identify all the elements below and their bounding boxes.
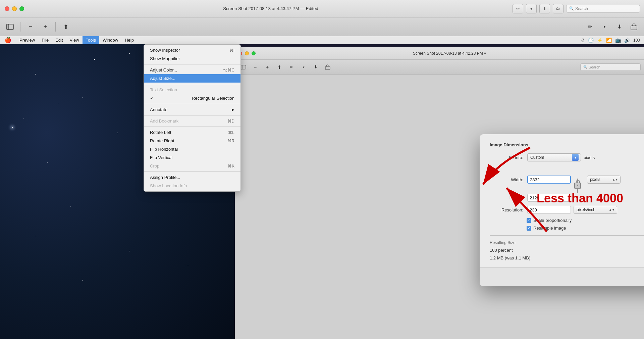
dialog-title: Image Dimensions: [490, 142, 644, 147]
menu-flip-horizontal[interactable]: Flip Horizontal: [144, 145, 240, 153]
menu-adjust-size[interactable]: Adjust Size...: [144, 74, 240, 83]
share-toolbar-button[interactable]: ⬆: [60, 21, 72, 33]
traffic-lights: [0, 6, 29, 11]
menu-annotate[interactable]: Annotate ▶: [144, 105, 240, 114]
view-menu[interactable]: View: [66, 36, 83, 44]
bg-zoom-in[interactable]: +: [262, 62, 272, 72]
width-units-select[interactable]: pixels ▲▼: [587, 176, 621, 184]
airplay-icon: 📺: [615, 38, 621, 43]
separator-f: [144, 172, 240, 172]
dialog-footer: Cancel OK: [480, 267, 644, 286]
file-size-value: 1.2 MB (was 1.1 MB): [490, 255, 644, 260]
bg-search-box[interactable]: 🔍 Search: [580, 63, 641, 71]
print-icon: 🖨: [580, 38, 585, 43]
resolution-label: Resolution:: [490, 207, 523, 212]
dialog-separator: [490, 235, 644, 236]
zoom-out-button[interactable]: −: [24, 21, 37, 33]
search-placeholder: Search: [575, 6, 588, 11]
tools-dropdown-menu: Show Inspector ⌘I Show Magnifier Adjust …: [144, 44, 241, 192]
bg-search-placeholder: Search: [589, 65, 600, 69]
menubar: 🍎 Preview File Edit View Tools Window He…: [0, 36, 644, 44]
bg-dropdown[interactable]: ▾: [299, 62, 309, 72]
battery-label: 100: [633, 38, 640, 43]
separator-1: [20, 22, 20, 32]
menu-adjust-color[interactable]: Adjust Color... ⌥⌘C: [144, 66, 240, 74]
separator-e: [144, 127, 240, 127]
fit-into-select[interactable]: Custom ▾: [527, 153, 581, 161]
resolution-units-value: pixels/inch: [577, 207, 595, 212]
menu-rotate-right[interactable]: Rotate Right ⌘R: [144, 137, 240, 145]
menu-add-bookmark: Add Bookmark ⌘D: [144, 117, 240, 125]
search-icon: 🔍: [569, 6, 574, 11]
share-button[interactable]: ⬆: [539, 4, 550, 13]
close-button[interactable]: [5, 6, 9, 11]
search-box[interactable]: 🔍 Search: [566, 5, 640, 13]
pen-toolbar-button[interactable]: ✏: [584, 21, 596, 33]
menu-rotate-left[interactable]: Rotate Left ⌘L: [144, 128, 240, 137]
bg-minimize-button[interactable]: [245, 51, 249, 55]
toolbox-button[interactable]: 🗂: [553, 4, 564, 13]
wifi-icon: 📶: [606, 38, 612, 43]
bg-import[interactable]: ⬇: [311, 62, 321, 72]
bg-window-toolbar: − + ⬆ ✏ ▾ ⬇ 🔍 Search: [235, 60, 644, 75]
fullscreen-button[interactable]: [19, 6, 24, 11]
resolution-units-select[interactable]: pixels/inch ▲▼: [574, 206, 617, 214]
fit-dropdown-icon: ▾: [572, 154, 579, 161]
bg-search-icon: 🔍: [583, 65, 587, 69]
menu-show-inspector[interactable]: Show Inspector ⌘I: [144, 46, 240, 54]
bluetooth-icon: ⚡: [597, 38, 603, 43]
file-menu[interactable]: File: [38, 36, 52, 44]
image-dimensions-dialog: Image Dimensions Fit into: Custom ▾ pixe…: [480, 134, 644, 286]
time-machine-icon: 🕐: [588, 38, 594, 43]
import-button[interactable]: ⬇: [613, 21, 625, 33]
sidebar-toggle-button[interactable]: [4, 21, 16, 33]
menu-rectangular-selection[interactable]: ✓ Rectangular Selection: [144, 94, 240, 102]
menu-flip-vertical[interactable]: Flip Vertical: [144, 153, 240, 162]
resolution-input[interactable]: [527, 206, 571, 214]
resample-checkbox[interactable]: ✓: [527, 226, 531, 231]
width-input[interactable]: [527, 176, 571, 184]
bg-toolbox[interactable]: [323, 62, 333, 72]
resample-checkbox-row: ✓ Resample image: [527, 226, 644, 231]
volume-icon: 🔊: [624, 38, 630, 43]
annotation-text: Less than 4000: [537, 191, 623, 205]
edit-menu[interactable]: Edit: [52, 36, 66, 44]
bg-fullscreen-button[interactable]: [252, 51, 256, 55]
bg-pen[interactable]: ✏: [286, 62, 297, 72]
scale-label: Scale proportionally: [533, 218, 572, 223]
svg-rect-2: [631, 26, 637, 30]
resolution-units-dropdown-icon: ▲▼: [609, 208, 615, 211]
menu-assign-profile[interactable]: Assign Profile...: [144, 173, 240, 182]
resulting-size-title: Resulting Size: [490, 240, 644, 245]
percent-value: 100 percent: [490, 248, 644, 253]
pen-button[interactable]: ✏: [513, 4, 523, 13]
menu-show-location-info: Show Location Info: [144, 182, 240, 190]
window-title: Screen Shot 2017-08-13 at 4.43.47 PM — E…: [29, 6, 513, 11]
toolbar: − + ⬆ ✏ ▾ ⬇: [0, 17, 644, 36]
dropdown-toolbar-button[interactable]: ▾: [598, 21, 610, 33]
bg-share[interactable]: ⬆: [274, 62, 284, 72]
menu-text-selection: Text Selection: [144, 86, 240, 94]
bg-window-title: Screen Shot 2017-08-13 at 4.42.28 PM ▾: [258, 51, 641, 56]
minimize-button[interactable]: [12, 6, 17, 11]
toolbox-toolbar-button[interactable]: [628, 21, 640, 33]
dropdown-button[interactable]: ▾: [526, 4, 537, 13]
width-label: Width:: [490, 177, 523, 182]
zoom-in-button[interactable]: +: [39, 21, 51, 33]
preview-menu[interactable]: Preview: [16, 36, 38, 44]
scale-checkbox-row: ✓ Scale proportionally: [527, 218, 644, 223]
help-menu[interactable]: Help: [121, 36, 137, 44]
separator-c: [144, 104, 240, 104]
tools-menu[interactable]: Tools: [83, 36, 99, 44]
fit-into-row: Fit into: Custom ▾ pixels: [490, 153, 644, 161]
window-menu[interactable]: Window: [99, 36, 121, 44]
scale-checkbox[interactable]: ✓: [527, 218, 531, 223]
apple-menu[interactable]: 🍎: [0, 37, 16, 43]
width-row: Width: pixels ▲▼: [490, 165, 644, 194]
menu-show-magnifier[interactable]: Show Magnifier: [144, 54, 240, 63]
width-units-dropdown-icon: ▲▼: [612, 178, 618, 181]
background-window: Screen Shot 2017-08-13 at 4.42.28 PM ▾ −…: [235, 47, 644, 339]
menu-crop: Crop ⌘K: [144, 162, 240, 170]
bg-zoom-out[interactable]: −: [250, 62, 260, 72]
separator-a: [144, 64, 240, 64]
